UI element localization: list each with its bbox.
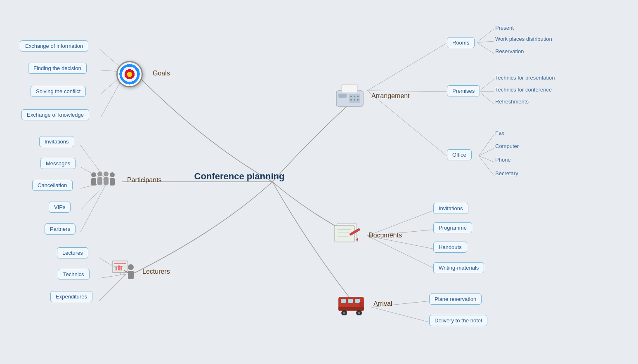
- participants-label: Participants: [127, 176, 162, 184]
- arrangement-icon: [334, 82, 366, 109]
- arrangement-label: Arrangement: [371, 92, 410, 100]
- lecturers-node-2: Technics: [58, 269, 90, 280]
- office-item-2: Computer: [495, 143, 519, 149]
- office-item-1: Fax: [495, 130, 504, 136]
- svg-rect-34: [97, 177, 102, 185]
- documents-icon: [333, 221, 363, 246]
- svg-line-14: [367, 91, 447, 156]
- svg-point-46: [128, 264, 134, 270]
- office-item-3: Phone: [495, 157, 511, 163]
- svg-point-52: [350, 96, 352, 97]
- premises-item-1: Technics for presentation: [495, 75, 555, 81]
- svg-rect-68: [348, 299, 353, 303]
- svg-rect-69: [355, 299, 360, 303]
- arrangement-premises-box: Premises: [447, 85, 480, 96]
- svg-line-17: [477, 42, 494, 54]
- lecturers-label: Lecturers: [142, 268, 170, 275]
- svg-rect-71: [338, 307, 364, 310]
- goals-node-3: Solving the conflict: [31, 86, 86, 97]
- svg-point-33: [97, 171, 102, 176]
- svg-rect-43: [118, 265, 120, 270]
- documents-node-1: Invitations: [433, 203, 468, 214]
- arrangement-office-box: Office: [447, 149, 472, 160]
- svg-point-57: [357, 99, 359, 101]
- svg-rect-36: [104, 177, 109, 185]
- svg-point-56: [354, 99, 355, 101]
- participants-node-4: VIPs: [49, 202, 71, 213]
- arrival-label: Arrival: [373, 300, 392, 308]
- center-title: Conference planning: [194, 171, 285, 182]
- office-item-4: Secretary: [495, 170, 518, 176]
- goals-node-2: Finding the decision: [28, 63, 87, 74]
- svg-line-12: [367, 42, 448, 91]
- svg-line-30: [371, 307, 430, 322]
- participants-icon: [89, 170, 120, 193]
- svg-rect-32: [91, 178, 96, 186]
- svg-line-18: [479, 79, 494, 92]
- lecturers-node-1: Lectures: [57, 247, 88, 258]
- arrival-node-1: Plane reservation: [429, 294, 482, 305]
- svg-line-22: [479, 148, 494, 156]
- goals-node-4: Exchange of knowledge: [21, 109, 89, 120]
- goals-label: Goals: [153, 70, 170, 77]
- svg-point-35: [104, 171, 109, 176]
- svg-point-73: [343, 312, 345, 314]
- rooms-item-1: Present: [495, 25, 514, 31]
- svg-rect-44: [121, 266, 122, 270]
- svg-line-20: [479, 92, 494, 104]
- premises-item-3: Refreshments: [495, 99, 529, 105]
- documents-label: Documents: [369, 232, 402, 239]
- svg-rect-38: [110, 178, 115, 186]
- svg-line-16: [477, 41, 494, 42]
- lecturers-node-3: Expenditures: [50, 291, 92, 302]
- svg-rect-50: [342, 85, 357, 93]
- svg-line-13: [367, 91, 447, 92]
- goals-node-1: Exchange of information: [20, 40, 88, 52]
- svg-point-55: [350, 99, 352, 101]
- svg-line-21: [479, 135, 494, 156]
- svg-rect-47: [128, 271, 134, 279]
- documents-node-3: Handouts: [433, 242, 467, 253]
- participants-node-3: Cancellation: [32, 180, 73, 191]
- participants-node-1: Invitations: [39, 136, 74, 147]
- svg-point-54: [357, 96, 359, 97]
- rooms-item-2: Work places distribution: [495, 36, 552, 42]
- svg-point-37: [110, 172, 115, 177]
- participants-node-5: Partners: [45, 223, 76, 235]
- participants-node-2: Messages: [40, 158, 76, 169]
- arrangement-rooms-box: Rooms: [447, 37, 475, 48]
- svg-rect-58: [338, 94, 347, 98]
- lecturers-icon: [112, 259, 137, 290]
- svg-line-15: [477, 29, 494, 42]
- svg-rect-67: [341, 299, 346, 303]
- svg-point-53: [354, 96, 355, 97]
- premises-item-2: Technics for conference: [495, 87, 552, 93]
- rooms-item-3: Reservation: [495, 48, 524, 54]
- svg-point-31: [91, 172, 96, 177]
- svg-point-75: [358, 312, 360, 314]
- documents-node-4: Writing-materials: [433, 262, 484, 273]
- svg-rect-42: [116, 267, 117, 270]
- arrival-node-2: Delivery to the hotel: [429, 315, 487, 326]
- arrival-icon: [338, 295, 366, 315]
- svg-rect-51: [349, 94, 360, 103]
- svg-rect-39: [112, 261, 128, 272]
- svg-line-28: [367, 236, 434, 268]
- documents-node-2: Programme: [433, 222, 472, 233]
- goals-icon: [116, 61, 143, 87]
